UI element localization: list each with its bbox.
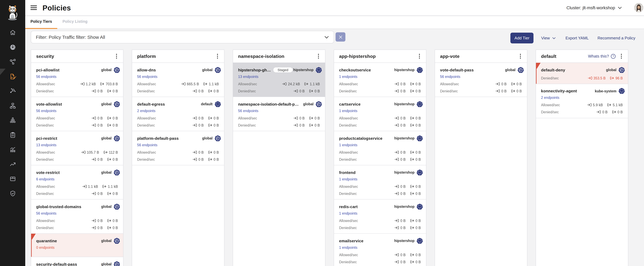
svg-text:ns: ns <box>217 106 218 106</box>
svg-text:ns: ns <box>318 71 319 72</box>
svg-text:ns: ns <box>621 92 622 94</box>
svg-text:ns: ns <box>419 208 420 209</box>
svg-text:ns: ns <box>419 242 420 243</box>
svg-text:ns: ns <box>419 106 420 106</box>
svg-text:ns: ns <box>419 174 420 175</box>
svg-text:ns: ns <box>419 140 420 141</box>
svg-text:?: ? <box>612 54 614 58</box>
svg-text:ns: ns <box>419 71 420 72</box>
